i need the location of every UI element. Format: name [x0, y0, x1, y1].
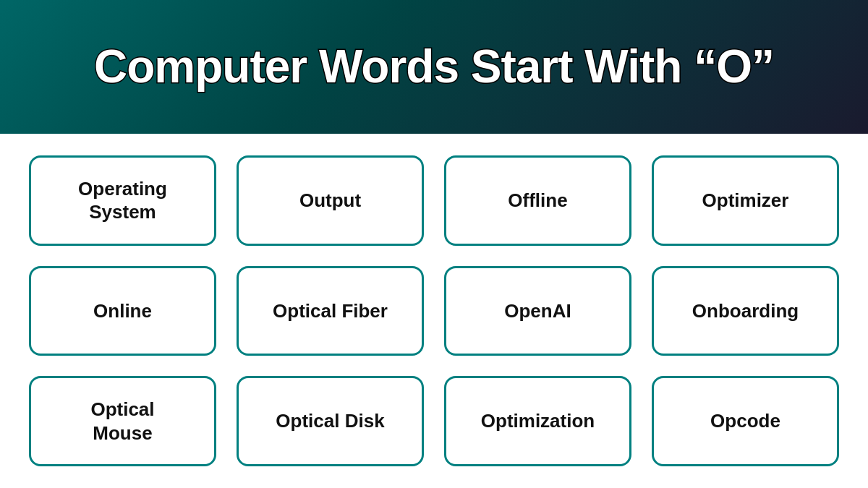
- page-title: Computer Words Start With “O”: [94, 41, 774, 92]
- card-optical-mouse: Optical Mouse: [29, 376, 216, 466]
- card-label-optimization: Optimization: [481, 409, 595, 433]
- card-optical-disk: Optical Disk: [237, 376, 424, 466]
- card-label-online: Online: [93, 299, 152, 323]
- main-content: Operating SystemOutputOfflineOptimizerOn…: [0, 134, 868, 488]
- card-optimizer: Optimizer: [652, 155, 839, 246]
- card-label-onboarding: Onboarding: [692, 299, 799, 323]
- card-operating-system: Operating System: [29, 155, 216, 246]
- card-label-optical-mouse: Optical Mouse: [90, 398, 154, 445]
- card-optimization: Optimization: [444, 376, 631, 466]
- words-grid: Operating SystemOutputOfflineOptimizerOn…: [29, 155, 839, 466]
- card-label-optical-fiber: Optical Fiber: [273, 299, 388, 323]
- page-header: Computer Words Start With “O”: [0, 0, 868, 134]
- card-label-offline: Offline: [508, 189, 567, 213]
- card-label-optical-disk: Optical Disk: [276, 409, 384, 433]
- card-label-output: Output: [299, 189, 361, 213]
- card-label-openai: OpenAI: [504, 299, 571, 323]
- card-onboarding: Onboarding: [652, 266, 839, 356]
- card-offline: Offline: [444, 155, 631, 246]
- card-label-opcode: Opcode: [710, 409, 780, 433]
- card-label-optimizer: Optimizer: [702, 189, 789, 213]
- card-openai: OpenAI: [444, 266, 631, 356]
- card-optical-fiber: Optical Fiber: [237, 266, 424, 356]
- card-opcode: Opcode: [652, 376, 839, 466]
- card-output: Output: [237, 155, 424, 246]
- card-online: Online: [29, 266, 216, 356]
- card-label-operating-system: Operating System: [78, 177, 167, 224]
